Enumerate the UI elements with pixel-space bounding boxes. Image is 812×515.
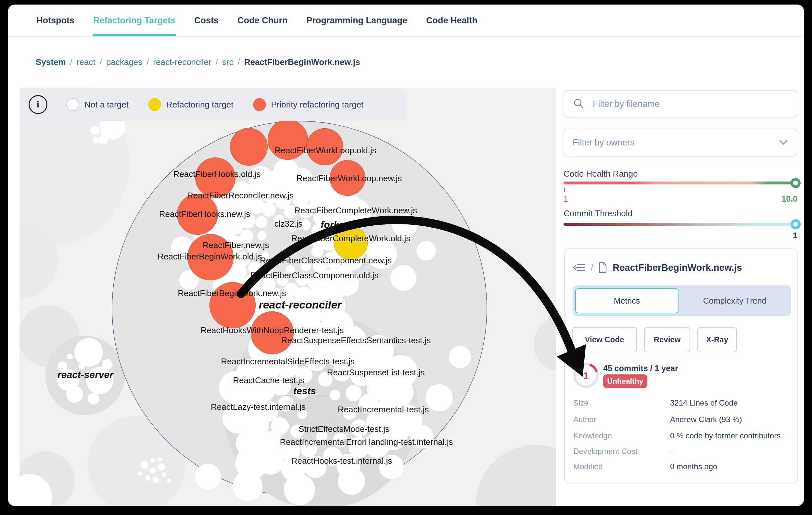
file-bubble[interactable] <box>257 231 266 240</box>
breadcrumb-separator: / <box>146 57 149 67</box>
file-bubble[interactable] <box>233 472 262 502</box>
decorative-circle <box>158 463 165 471</box>
file-bubble[interactable] <box>338 467 365 495</box>
legend-label: Priority refactoring target <box>271 100 364 110</box>
breadcrumb-separator: / <box>237 57 240 67</box>
decorative-circle <box>75 350 81 355</box>
gauge-value: 1 <box>583 370 589 381</box>
legend-dot-icon <box>66 98 79 111</box>
bubble-chart-panel[interactable]: ReactFiberWorkLoop.old.jsReactFiberWorkL… <box>20 88 556 506</box>
file-bubble[interactable] <box>346 385 361 401</box>
code-health-gauge: 1 <box>571 361 601 390</box>
bubble-label: ReactFiberWorkLoop.old.js <box>274 146 376 155</box>
filter-owners-placeholder: Filter by owners <box>573 138 779 148</box>
info-icon[interactable]: i <box>29 95 48 114</box>
bubble-label: ReactFiberBeginWork.new.js <box>178 289 286 298</box>
file-bubble[interactable] <box>195 464 221 490</box>
bubble-label: ReactFiberHooks.new.js <box>159 209 250 219</box>
legend-item: Not a target <box>66 98 128 111</box>
decorative-circle <box>102 359 112 369</box>
file-bubble[interactable] <box>390 265 416 291</box>
file-bubble[interactable] <box>330 390 340 401</box>
meta-row-author: AuthorAndrew Clark (93 %) <box>565 415 798 425</box>
meta-row-development-cost: Development Cost- <box>565 447 798 457</box>
x-ray-button[interactable]: X-Ray <box>697 327 737 352</box>
nav-tab-code-churn[interactable]: Code Churn <box>237 6 288 35</box>
commit-threshold-value: 1 <box>765 231 798 241</box>
bubble-label: ReactFiberClassComponent.old.js <box>251 271 379 280</box>
nav-tab-hotspots[interactable]: Hotspots <box>36 6 75 35</box>
decorative-circle <box>162 473 166 477</box>
code-health-min-tick <box>564 188 565 192</box>
file-bubble[interactable] <box>273 173 292 191</box>
bubble-label: ReactFiberCompleteWork.old.js <box>291 234 410 243</box>
window-frame: HotspotsRefactoring TargetsCostsCode Chu… <box>0 0 812 515</box>
meta-label: Size <box>573 398 588 407</box>
meta-label: Knowledge <box>573 431 612 440</box>
nav-tab-programming-language[interactable]: Programming Language <box>306 6 408 35</box>
review-button[interactable]: Review <box>644 327 690 352</box>
breadcrumb-item-react[interactable]: react <box>77 57 95 67</box>
tab-metrics[interactable]: Metrics <box>575 288 678 313</box>
file-bubble[interactable] <box>416 241 436 261</box>
meta-value: Andrew Clark (93 %) <box>670 415 742 424</box>
decorative-circle <box>141 461 148 469</box>
meta-value: 0 % code by former contributors <box>670 431 781 440</box>
breadcrumb-item-src[interactable]: src <box>222 57 234 67</box>
bubble-label: ReactSuspenseEffectsSemantics-test.js <box>281 335 431 345</box>
decorative-circle <box>66 386 83 403</box>
legend-item: Priority refactoring target <box>253 98 364 111</box>
filter-filename-input[interactable] <box>592 99 788 110</box>
meta-row-knowledge: Knowledge0 % code by former contributors <box>565 431 798 442</box>
meta-label: Development Cost <box>573 447 637 456</box>
bubble-unlabeled[interactable] <box>230 128 268 165</box>
chevron-down-icon <box>779 139 788 146</box>
code-health-min-label: 1 <box>563 194 568 204</box>
decorative-circle <box>98 135 108 145</box>
breadcrumb-item-react-reconciler[interactable]: react-reconciler <box>153 57 211 67</box>
legend-item: Refactoring target <box>148 98 234 111</box>
decorative-circle <box>534 316 556 372</box>
code-health-range-handle[interactable] <box>790 178 801 188</box>
nav-tab-refactoring-targets[interactable]: Refactoring Targets <box>93 6 176 35</box>
decorative-circle <box>167 479 171 483</box>
back-icon[interactable] <box>573 263 586 272</box>
group-label--tests-: __tests__ <box>282 386 327 396</box>
meta-row-size: Size3214 Lines of Code <box>565 398 798 409</box>
group-label-react-server: react-server <box>57 369 114 380</box>
detail-tab-bar: Metrics Complexity Trend <box>573 285 791 316</box>
file-title: ReactFiberBeginWork.new.js <box>613 262 742 273</box>
filter-filename-box[interactable] <box>563 90 798 118</box>
group-label-react-reconciler: react-reconciler <box>259 298 342 311</box>
code-health-range-slider[interactable] <box>563 182 796 184</box>
code-health-max-label: 10.0 <box>765 194 798 204</box>
bubble-label: clz32.js <box>274 219 303 229</box>
nav-tab-costs[interactable]: Costs <box>194 6 219 35</box>
bubble-label: ReactIncrementalErrorHandling-test.inter… <box>280 437 453 447</box>
breadcrumb-item-packages[interactable]: packages <box>106 57 142 67</box>
breadcrumb-item-reactfiberbeginwork-new-js: ReactFiberBeginWork.new.js <box>244 57 360 67</box>
file-bubble[interactable] <box>426 384 453 412</box>
bubble-label: StrictEffectsMode-test.js <box>298 424 389 434</box>
filter-owners-select[interactable]: Filter by owners <box>563 129 798 156</box>
file-bubble[interactable] <box>255 216 267 228</box>
decorative-circle <box>150 458 155 463</box>
commit-threshold-slider[interactable] <box>563 223 796 226</box>
file-bubble[interactable] <box>284 474 315 505</box>
nav-tab-code-health[interactable]: Code Health <box>426 6 478 35</box>
legend-dot-icon <box>148 98 161 111</box>
circle-packing-chart[interactable]: ReactFiberWorkLoop.old.jsReactFiberWorkL… <box>20 88 556 506</box>
breadcrumb-separator: / <box>100 57 102 67</box>
legend-label: Not a target <box>84 100 128 110</box>
tab-complexity-trend[interactable]: Complexity Trend <box>681 288 788 313</box>
view-code-button[interactable]: View Code <box>572 327 637 352</box>
breadcrumb-separator: / <box>216 57 218 67</box>
file-bubble[interactable] <box>219 220 236 237</box>
meta-value: 3214 Lines of Code <box>670 398 737 407</box>
commit-threshold-handle[interactable] <box>790 219 801 229</box>
breadcrumb-item-system[interactable]: System <box>36 57 66 67</box>
file-bubble[interactable] <box>449 346 471 368</box>
bubble-label: ReactIncremental-test.js <box>338 404 429 414</box>
decorative-circle <box>158 457 162 461</box>
legend-label: Refactoring target <box>166 100 234 110</box>
